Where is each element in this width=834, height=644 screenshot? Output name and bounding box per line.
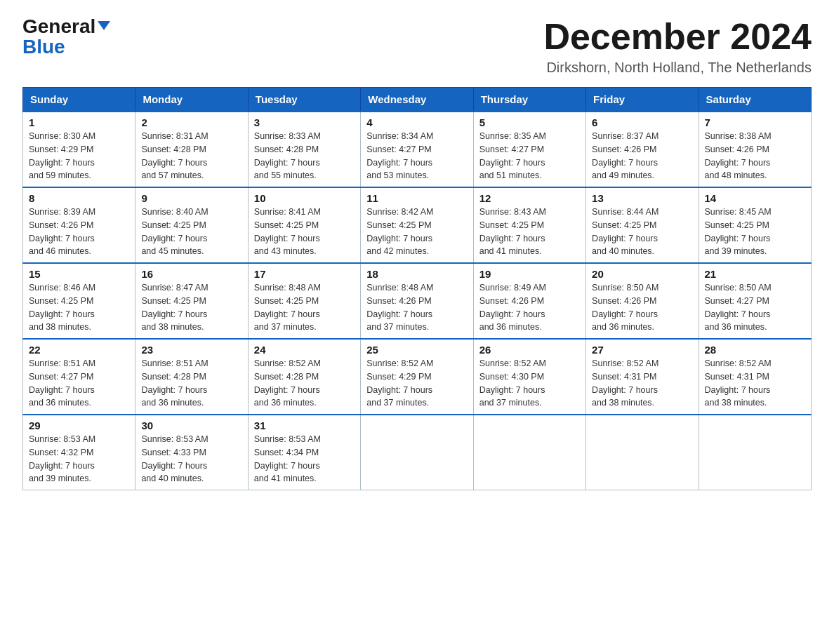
calendar-table: SundayMondayTuesdayWednesdayThursdayFrid… <box>22 87 812 490</box>
empty-day-cell <box>361 415 473 490</box>
empty-day-cell <box>586 415 699 490</box>
day-number: 15 <box>29 268 129 280</box>
day-info: Sunrise: 8:44 AMSunset: 4:25 PMDaylight:… <box>592 206 692 258</box>
day-number: 26 <box>479 344 580 356</box>
day-number: 5 <box>479 116 580 128</box>
day-info: Sunrise: 8:37 AMSunset: 4:26 PMDaylight:… <box>592 130 692 182</box>
calendar-day-cell: 21Sunrise: 8:50 AMSunset: 4:27 PMDayligh… <box>699 263 811 339</box>
empty-day-cell <box>699 415 811 490</box>
month-year-title: December 2024 <box>543 17 812 57</box>
calendar-day-cell: 6Sunrise: 8:37 AMSunset: 4:26 PMDaylight… <box>586 112 699 187</box>
logo-line2: Blue <box>22 36 65 58</box>
day-number: 18 <box>366 268 467 280</box>
calendar-week-row: 1Sunrise: 8:30 AMSunset: 4:29 PMDaylight… <box>23 112 812 187</box>
day-info: Sunrise: 8:38 AMSunset: 4:26 PMDaylight:… <box>705 130 805 182</box>
day-number: 23 <box>141 344 241 356</box>
day-number: 12 <box>479 192 580 204</box>
day-number: 28 <box>705 344 805 356</box>
day-info: Sunrise: 8:45 AMSunset: 4:25 PMDaylight:… <box>705 206 805 258</box>
calendar-week-row: 8Sunrise: 8:39 AMSunset: 4:26 PMDaylight… <box>23 187 812 263</box>
calendar-day-cell: 3Sunrise: 8:33 AMSunset: 4:28 PMDaylight… <box>248 112 360 187</box>
calendar-day-cell: 16Sunrise: 8:47 AMSunset: 4:25 PMDayligh… <box>135 263 248 339</box>
day-info: Sunrise: 8:51 AMSunset: 4:28 PMDaylight:… <box>141 357 241 410</box>
day-number: 13 <box>592 192 692 204</box>
day-info: Sunrise: 8:31 AMSunset: 4:28 PMDaylight:… <box>141 130 241 182</box>
day-number: 25 <box>366 344 467 356</box>
day-info: Sunrise: 8:52 AMSunset: 4:31 PMDaylight:… <box>592 357 692 410</box>
day-info: Sunrise: 8:40 AMSunset: 4:25 PMDaylight:… <box>141 206 241 258</box>
calendar-day-cell: 20Sunrise: 8:50 AMSunset: 4:26 PMDayligh… <box>586 263 699 339</box>
calendar-day-cell: 24Sunrise: 8:52 AMSunset: 4:28 PMDayligh… <box>248 339 360 415</box>
calendar-day-cell: 13Sunrise: 8:44 AMSunset: 4:25 PMDayligh… <box>586 187 699 263</box>
day-info: Sunrise: 8:51 AMSunset: 4:27 PMDaylight:… <box>29 357 129 410</box>
day-info: Sunrise: 8:34 AMSunset: 4:27 PMDaylight:… <box>366 130 467 182</box>
calendar-day-cell: 28Sunrise: 8:52 AMSunset: 4:31 PMDayligh… <box>699 339 811 415</box>
day-info: Sunrise: 8:42 AMSunset: 4:25 PMDaylight:… <box>366 206 467 258</box>
calendar-week-row: 29Sunrise: 8:53 AMSunset: 4:32 PMDayligh… <box>23 415 812 490</box>
title-area: December 2024 Dirkshorn, North Holland, … <box>543 17 812 76</box>
day-number: 17 <box>254 268 355 280</box>
calendar-day-cell: 19Sunrise: 8:49 AMSunset: 4:26 PMDayligh… <box>473 263 585 339</box>
calendar-day-cell: 12Sunrise: 8:43 AMSunset: 4:25 PMDayligh… <box>473 187 585 263</box>
day-info: Sunrise: 8:52 AMSunset: 4:30 PMDaylight:… <box>479 357 580 410</box>
calendar-day-cell: 8Sunrise: 8:39 AMSunset: 4:26 PMDaylight… <box>23 187 135 263</box>
day-info: Sunrise: 8:52 AMSunset: 4:31 PMDaylight:… <box>705 357 805 410</box>
day-info: Sunrise: 8:50 AMSunset: 4:26 PMDaylight:… <box>592 281 692 334</box>
calendar-day-cell: 30Sunrise: 8:53 AMSunset: 4:33 PMDayligh… <box>135 415 248 490</box>
day-number: 21 <box>705 268 805 280</box>
calendar-day-cell: 10Sunrise: 8:41 AMSunset: 4:25 PMDayligh… <box>248 187 360 263</box>
calendar-body: 1Sunrise: 8:30 AMSunset: 4:29 PMDaylight… <box>23 112 812 490</box>
day-number: 16 <box>141 268 241 280</box>
calendar-week-row: 22Sunrise: 8:51 AMSunset: 4:27 PMDayligh… <box>23 339 812 415</box>
calendar-day-cell: 22Sunrise: 8:51 AMSunset: 4:27 PMDayligh… <box>23 339 135 415</box>
calendar-day-cell: 26Sunrise: 8:52 AMSunset: 4:30 PMDayligh… <box>473 339 585 415</box>
calendar-day-cell: 25Sunrise: 8:52 AMSunset: 4:29 PMDayligh… <box>361 339 473 415</box>
calendar-day-cell: 17Sunrise: 8:48 AMSunset: 4:25 PMDayligh… <box>248 263 360 339</box>
day-number: 22 <box>29 344 129 356</box>
calendar-day-cell: 14Sunrise: 8:45 AMSunset: 4:25 PMDayligh… <box>699 187 811 263</box>
day-number: 1 <box>29 116 129 128</box>
header-cell-saturday: Saturday <box>699 88 811 112</box>
calendar-day-cell: 11Sunrise: 8:42 AMSunset: 4:25 PMDayligh… <box>361 187 473 263</box>
location-subtitle: Dirkshorn, North Holland, The Netherland… <box>543 60 812 76</box>
day-number: 24 <box>254 344 355 356</box>
calendar-day-cell: 23Sunrise: 8:51 AMSunset: 4:28 PMDayligh… <box>135 339 248 415</box>
day-number: 4 <box>366 116 467 128</box>
empty-day-cell <box>473 415 585 490</box>
day-number: 9 <box>141 192 241 204</box>
calendar-day-cell: 5Sunrise: 8:35 AMSunset: 4:27 PMDaylight… <box>473 112 585 187</box>
day-info: Sunrise: 8:46 AMSunset: 4:25 PMDaylight:… <box>29 281 129 334</box>
header-cell-tuesday: Tuesday <box>248 88 360 112</box>
day-number: 20 <box>592 268 692 280</box>
day-number: 6 <box>592 116 692 128</box>
header-cell-wednesday: Wednesday <box>361 88 473 112</box>
day-number: 27 <box>592 344 692 356</box>
day-number: 8 <box>29 192 129 204</box>
day-info: Sunrise: 8:33 AMSunset: 4:28 PMDaylight:… <box>254 130 355 182</box>
header-cell-friday: Friday <box>586 88 699 112</box>
calendar-day-cell: 15Sunrise: 8:46 AMSunset: 4:25 PMDayligh… <box>23 263 135 339</box>
day-info: Sunrise: 8:52 AMSunset: 4:29 PMDaylight:… <box>366 357 467 410</box>
day-number: 10 <box>254 192 355 204</box>
logo-general-text: General <box>22 15 95 37</box>
day-number: 14 <box>705 192 805 204</box>
day-info: Sunrise: 8:53 AMSunset: 4:32 PMDaylight:… <box>29 433 129 485</box>
day-info: Sunrise: 8:47 AMSunset: 4:25 PMDaylight:… <box>141 281 241 334</box>
page-header: General Blue December 2024 Dirkshorn, No… <box>22 17 812 76</box>
day-info: Sunrise: 8:48 AMSunset: 4:26 PMDaylight:… <box>366 281 467 334</box>
day-info: Sunrise: 8:53 AMSunset: 4:33 PMDaylight:… <box>141 433 241 485</box>
calendar-day-cell: 31Sunrise: 8:53 AMSunset: 4:34 PMDayligh… <box>248 415 360 490</box>
calendar-day-cell: 9Sunrise: 8:40 AMSunset: 4:25 PMDaylight… <box>135 187 248 263</box>
calendar-week-row: 15Sunrise: 8:46 AMSunset: 4:25 PMDayligh… <box>23 263 812 339</box>
day-number: 31 <box>254 420 355 431</box>
logo: General Blue <box>22 17 110 58</box>
day-number: 11 <box>366 192 467 204</box>
logo-triangle-icon <box>98 21 110 30</box>
calendar-day-cell: 18Sunrise: 8:48 AMSunset: 4:26 PMDayligh… <box>361 263 473 339</box>
day-info: Sunrise: 8:41 AMSunset: 4:25 PMDaylight:… <box>254 206 355 258</box>
header-cell-sunday: Sunday <box>23 88 135 112</box>
header-row: SundayMondayTuesdayWednesdayThursdayFrid… <box>23 88 812 112</box>
day-info: Sunrise: 8:53 AMSunset: 4:34 PMDaylight:… <box>254 433 355 485</box>
day-info: Sunrise: 8:30 AMSunset: 4:29 PMDaylight:… <box>29 130 129 182</box>
day-info: Sunrise: 8:43 AMSunset: 4:25 PMDaylight:… <box>479 206 580 258</box>
